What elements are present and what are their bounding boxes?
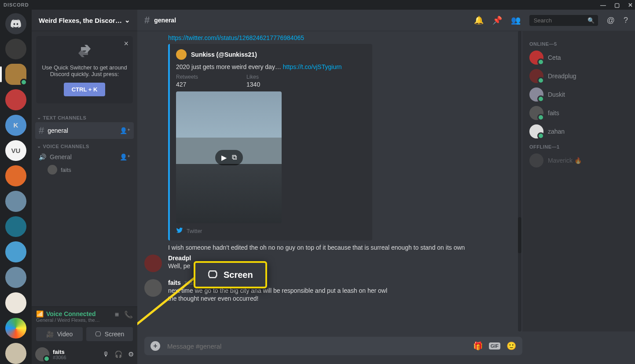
server-item-active[interactable] [5, 64, 26, 85]
mute-icon[interactable]: 🎙 [103, 350, 109, 358]
speaker-icon: 🔊 [39, 153, 46, 160]
message-text: Well, pe [168, 262, 515, 269]
server-header[interactable]: Weird Flexes, the Discor… ⌄ [32, 10, 137, 31]
screen-share-button[interactable]: 🖵 Screen [86, 327, 133, 341]
scrollbar[interactable] [518, 31, 521, 331]
message-text: next time we go to the big city ana will… [168, 287, 515, 294]
status-online-icon [43, 355, 50, 362]
server-item[interactable] [5, 39, 26, 60]
avatar[interactable] [35, 347, 49, 361]
attach-button[interactable]: + [150, 341, 160, 351]
add-user-icon[interactable]: 👤⁺ [120, 153, 130, 160]
embed-media[interactable]: ▶ ⧉ [176, 91, 282, 223]
members-toggle-icon[interactable]: 👥 [511, 15, 521, 25]
member-item[interactable]: Maverick 🔥 [526, 151, 631, 170]
voice-sub: General / Weird Flexes, the… [36, 317, 100, 323]
embed-author[interactable]: Sunkiss (@Sunkiss21) [191, 51, 257, 58]
message-author[interactable]: Dreadpl [168, 255, 191, 262]
search-input[interactable] [533, 17, 585, 24]
server-item[interactable] [5, 165, 26, 186]
add-user-icon[interactable]: 👤⁺ [120, 127, 130, 134]
gift-icon[interactable]: 🎁 [473, 341, 483, 351]
deafen-icon[interactable]: 🎧 [114, 350, 123, 358]
avatar [176, 49, 187, 60]
voice-panel: 📶 Voice Connected General / Weird Flexes… [32, 306, 137, 345]
voice-channel-general[interactable]: 🔊 General 👤⁺ [35, 151, 134, 163]
member-item[interactable]: Ceta [526, 48, 631, 67]
avatar[interactable] [144, 255, 162, 272]
hash-icon: # [39, 125, 44, 136]
server-item[interactable] [5, 267, 26, 288]
home-button[interactable] [5, 13, 26, 34]
emoji-icon[interactable]: 🙂 [507, 341, 516, 351]
voice-status: 📶 Voice Connected [36, 310, 100, 317]
popout-icon[interactable]: ⧉ [232, 153, 237, 162]
avatar [48, 165, 57, 175]
message-author[interactable]: faits [168, 279, 181, 286]
disconnect-icon[interactable]: 📞 [124, 310, 133, 319]
chevron-down-icon: ⌄ [37, 115, 41, 120]
notifications-icon[interactable]: 🔔 [474, 15, 484, 25]
camera-icon: 🎥 [46, 331, 54, 338]
server-item[interactable] [5, 343, 26, 364]
search-box[interactable]: 🔍 [529, 15, 598, 26]
gif-button[interactable]: GIF [489, 342, 500, 349]
server-item[interactable] [5, 216, 26, 237]
server-item[interactable] [5, 318, 26, 339]
mentions-icon[interactable]: @ [607, 16, 615, 25]
pinned-icon[interactable]: 📌 [492, 15, 502, 25]
message-text: I wish someone hadn't edited the oh no n… [168, 244, 515, 251]
titlebar: DISCORD — ▢ ✕ [0, 0, 635, 10]
video-button[interactable]: 🎥 Video [36, 327, 83, 341]
ctrl-k-button[interactable]: CTRL + K [64, 83, 106, 96]
message-text: the thought never even occurred! [168, 295, 515, 302]
member-item[interactable]: zahan [526, 122, 631, 141]
user-panel: faits #3066 🎙 🎧 ⚙ [32, 345, 137, 364]
voice-user[interactable]: faits [35, 163, 134, 176]
channel-sidebar: Weird Flexes, the Discor… ⌄ × Use Quick … [32, 10, 137, 364]
members-offline-header: Offline—1 [526, 141, 631, 151]
voice-channels-header[interactable]: ⌄ Voice Channels [35, 139, 134, 151]
settings-icon[interactable]: ⚙ [128, 350, 134, 358]
message: Dreadpl Well, pe [144, 251, 515, 276]
window-maximize-button[interactable]: ▢ [614, 2, 620, 8]
embed-link[interactable]: https://t.co/vjSTygiurn [283, 63, 342, 70]
member-list: Online—5 Ceta Dreadplug Duskit faits zah… [522, 31, 635, 331]
chat-input[interactable]: + 🎁 GIF 🙂 [144, 337, 522, 355]
play-icon[interactable]: ▶ [221, 153, 227, 162]
twitter-embed: Sunkiss (@Sunkiss21) 2020 just gets more… [168, 44, 372, 240]
chevron-down-icon: ⌄ [125, 16, 130, 24]
server-name: Weird Flexes, the Discor… [39, 17, 122, 24]
chevron-down-icon: ⌄ [37, 143, 41, 149]
channel-item-general[interactable]: # general 👤⁺ [35, 122, 134, 139]
member-item[interactable]: Duskit [526, 85, 631, 104]
message-input[interactable] [166, 342, 467, 350]
screen-share-icon: 🖵 [95, 331, 101, 338]
text-channels-header[interactable]: ⌄ Text Channels [35, 110, 134, 122]
server-item[interactable] [5, 191, 26, 212]
server-item[interactable] [5, 292, 26, 313]
main: # general 🔔 📌 👥 🔍 @ ? https://twitter.co… [137, 10, 635, 364]
self-tag: #3066 [53, 355, 66, 360]
help-icon[interactable]: ? [624, 16, 628, 25]
signal-icon: 📶 [36, 310, 44, 317]
message-link[interactable]: https://twitter.com/i/status/12682462177… [168, 34, 304, 41]
quick-switcher-card: × Use Quick Switcher to get around Disco… [36, 36, 133, 103]
message-time: Today at 4:15 PM [184, 280, 222, 286]
avatar[interactable] [144, 279, 162, 297]
window-close-button[interactable]: ✕ [628, 2, 633, 8]
noise-suppression-icon[interactable]: ≡ [115, 311, 119, 319]
member-item[interactable]: faits [526, 104, 631, 122]
close-icon[interactable]: × [124, 40, 128, 47]
server-item[interactable] [5, 241, 26, 262]
server-item[interactable]: VU [5, 140, 26, 161]
member-item[interactable]: Dreadplug [526, 67, 631, 85]
voice-indicator-icon [20, 79, 27, 86]
channel-list: ⌄ Text Channels # general 👤⁺ ⌄ Voice Cha… [32, 107, 137, 306]
server-item[interactable] [5, 89, 26, 110]
message: faits Today at 4:15 PM next time we go t… [144, 276, 515, 306]
window-minimize-button[interactable]: — [600, 2, 606, 8]
hash-icon: # [144, 15, 150, 26]
server-item[interactable]: K [5, 115, 26, 136]
search-icon: 🔍 [587, 17, 595, 24]
